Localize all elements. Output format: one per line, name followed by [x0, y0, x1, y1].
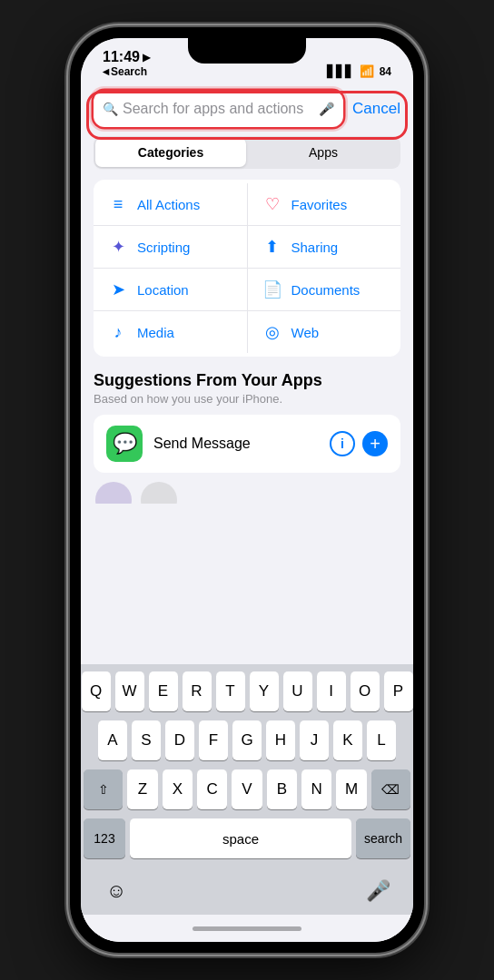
category-favorites[interactable]: ♡ Favorites — [248, 183, 401, 226]
category-row-1: ≡ All Actions ♡ Favorites — [94, 183, 400, 226]
cancel-button[interactable]: Cancel — [352, 100, 400, 118]
media-icon: ♪ — [108, 323, 128, 342]
favorites-icon: ♡ — [262, 194, 282, 214]
category-location[interactable]: ➤ Location — [94, 269, 248, 311]
sharing-icon: ⬆ — [262, 237, 282, 257]
category-media[interactable]: ♪ Media — [94, 311, 248, 353]
space-key[interactable]: space — [130, 818, 351, 858]
back-link[interactable]: Search — [103, 65, 147, 78]
key-p[interactable]: P — [384, 671, 413, 711]
documents-icon: 📄 — [262, 279, 282, 299]
key-s[interactable]: S — [132, 720, 161, 760]
location-icon: ➤ — [108, 279, 128, 299]
scripting-icon: ✦ — [108, 237, 128, 257]
bottom-row: ☺ 🎤 — [84, 867, 410, 911]
back-label: Search — [111, 65, 147, 78]
emoji-key[interactable]: ☺ — [96, 871, 136, 911]
all-actions-label: All Actions — [137, 197, 200, 212]
microphone-key[interactable]: 🎤 — [358, 871, 398, 911]
key-d[interactable]: D — [165, 720, 194, 760]
search-bar-container: 🔍 Search for apps and actions 🎤 Cancel — [81, 83, 413, 136]
info-button[interactable]: i — [330, 431, 355, 456]
category-scripting[interactable]: ✦ Scripting — [94, 226, 248, 269]
location-label: Location — [137, 282, 189, 298]
key-w[interactable]: W — [115, 671, 144, 711]
add-button[interactable]: + — [362, 431, 388, 456]
suggestions-section: Suggestions From Your Apps Based on how … — [81, 371, 413, 511]
key-i[interactable]: I — [317, 671, 346, 711]
segmented-control: Categories Apps — [94, 136, 400, 169]
keyboard-row-1: Q W E R T Y U I O P — [84, 671, 410, 711]
categories-grid: ≡ All Actions ♡ Favorites ✦ Scripting — [94, 180, 400, 357]
category-row-4: ♪ Media ◎ Web — [94, 311, 400, 353]
category-all-actions[interactable]: ≡ All Actions — [94, 183, 248, 226]
key-y[interactable]: Y — [250, 671, 279, 711]
app-icon-messages: 💬 — [106, 426, 143, 462]
notch — [188, 38, 306, 64]
search-input[interactable]: Search for apps and actions — [94, 91, 343, 127]
key-x[interactable]: X — [163, 769, 193, 809]
delete-key[interactable]: ⌫ — [371, 769, 410, 809]
favorites-label: Favorites — [291, 197, 348, 212]
key-r[interactable]: R — [183, 671, 212, 711]
phone-frame: 11:49 ▶ Search ▋▋▋ 📶 84 🔍 S — [70, 27, 424, 953]
key-v[interactable]: V — [232, 769, 262, 809]
key-z[interactable]: Z — [127, 769, 157, 809]
key-k[interactable]: K — [333, 720, 362, 760]
key-q[interactable]: Q — [82, 671, 111, 711]
search-key[interactable]: search — [356, 818, 410, 858]
keyboard-area: Q W E R T Y U I O P A S D F G — [81, 664, 413, 915]
home-bar — [193, 926, 301, 931]
web-label: Web — [291, 325, 320, 340]
search-bar-wrapper: 🔍 Search for apps and actions 🎤 — [94, 91, 343, 127]
keyboard-row-4: 123 space search — [84, 818, 410, 858]
category-web[interactable]: ◎ Web — [248, 311, 401, 353]
key-j[interactable]: J — [300, 720, 329, 760]
key-g[interactable]: G — [232, 720, 262, 760]
key-m[interactable]: M — [336, 769, 366, 809]
suggestions-title: Suggestions From Your Apps — [94, 371, 400, 390]
tab-categories[interactable]: Categories — [95, 138, 246, 167]
category-sharing[interactable]: ⬆ Sharing — [248, 226, 401, 269]
suggestion-actions: i + — [330, 431, 388, 456]
location-arrow: ▶ — [143, 53, 150, 63]
phone-screen: 11:49 ▶ Search ▋▋▋ 📶 84 🔍 S — [81, 38, 413, 942]
categories-tab-label: Categories — [138, 145, 203, 160]
tab-apps[interactable]: Apps — [248, 138, 399, 167]
media-label: Media — [137, 325, 174, 340]
apps-tab-label: Apps — [309, 145, 338, 160]
suggestions-subtitle: Based on how you use your iPhone. — [94, 392, 400, 406]
key-u[interactable]: U — [283, 671, 312, 711]
home-indicator — [81, 915, 413, 942]
status-time: 11:49 ▶ — [103, 50, 150, 64]
numbers-key[interactable]: 123 — [84, 818, 125, 858]
key-f[interactable]: F — [199, 720, 228, 760]
signal-icon: ▋▋▋ — [327, 64, 354, 78]
category-row-3: ➤ Location 📄 Documents — [94, 269, 400, 311]
category-documents[interactable]: 📄 Documents — [248, 269, 401, 311]
key-t[interactable]: T — [216, 671, 245, 711]
key-e[interactable]: E — [149, 671, 178, 711]
wifi-icon: 📶 — [360, 64, 374, 78]
documents-label: Documents — [291, 282, 361, 298]
microphone-icon[interactable]: 🎤 — [319, 102, 334, 116]
key-c[interactable]: C — [197, 769, 227, 809]
shift-key[interactable]: ⇧ — [84, 769, 123, 809]
key-o[interactable]: O — [351, 671, 380, 711]
content-area: 🔍 Search for apps and actions 🎤 Cancel C… — [81, 83, 413, 942]
suggestion-name: Send Message — [153, 436, 319, 452]
category-row-2: ✦ Scripting ⬆ Sharing — [94, 226, 400, 269]
sharing-label: Sharing — [291, 240, 339, 255]
keyboard-row-2: A S D F G H J K L — [84, 720, 410, 760]
scripting-label: Scripting — [137, 240, 190, 255]
key-n[interactable]: N — [301, 769, 331, 809]
key-h[interactable]: H — [266, 720, 295, 760]
all-actions-icon: ≡ — [108, 195, 128, 214]
status-right: ▋▋▋ 📶 84 — [327, 64, 391, 78]
battery-icon: 84 — [380, 65, 391, 78]
suggestion-item[interactable]: 💬 Send Message i + — [94, 415, 400, 473]
keyboard-row-3: ⇧ Z X C V B N M ⌫ — [84, 769, 410, 809]
key-b[interactable]: B — [267, 769, 297, 809]
key-a[interactable]: A — [98, 720, 127, 760]
key-l[interactable]: L — [367, 720, 396, 760]
